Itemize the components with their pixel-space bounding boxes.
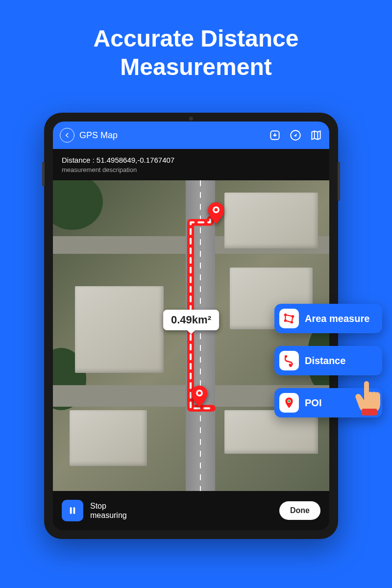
svg-point-11 — [284, 319, 287, 322]
distance-icon — [279, 351, 299, 370]
description-text: measurement descripation — [62, 166, 320, 173]
pin-start[interactable] — [208, 202, 224, 224]
building — [75, 286, 163, 373]
svg-point-10 — [291, 321, 293, 323]
promo-title-l2: Measurement — [120, 54, 271, 80]
fab-poi[interactable]: POI — [274, 388, 382, 417]
building — [70, 410, 147, 466]
fab-distance[interactable]: Distance — [274, 346, 382, 375]
fab-column: Area measure Distance POI — [274, 304, 382, 417]
svg-point-8 — [284, 314, 287, 316]
pause-icon — [68, 506, 77, 515]
stop-measuring-label: Stop measuring — [90, 501, 272, 520]
volume-button-left — [42, 162, 45, 186]
pin-end[interactable] — [191, 386, 208, 407]
pause-button[interactable] — [62, 500, 83, 521]
volume-button-right — [338, 162, 340, 201]
map-icon — [310, 129, 322, 142]
fab-label: POI — [305, 397, 321, 409]
pin-icon — [191, 386, 208, 407]
building — [224, 193, 318, 248]
fab-area-measure[interactable]: Area measure — [274, 304, 382, 333]
fab-label: Area measure — [305, 313, 369, 324]
appbar: GPS Map — [53, 122, 329, 149]
fab-label: Distance — [305, 355, 345, 367]
road — [186, 180, 215, 491]
svg-rect-6 — [70, 507, 72, 514]
promo-title: Accurate Distance Measurement — [0, 0, 392, 96]
measurement-value: 0.49km² — [171, 314, 211, 326]
layers-button[interactable] — [310, 129, 322, 142]
svg-point-13 — [289, 364, 291, 366]
stop-l2: measuring — [90, 511, 127, 519]
done-button[interactable]: Done — [279, 501, 320, 520]
tree-patch — [53, 180, 103, 230]
app-title: GPS Map — [79, 130, 261, 141]
download-icon — [269, 129, 281, 142]
svg-point-15 — [288, 400, 290, 402]
svg-point-5 — [198, 392, 201, 395]
svg-rect-7 — [74, 507, 75, 514]
measurement-value-bubble: 0.49km² — [163, 310, 219, 330]
pin-icon — [208, 202, 224, 224]
info-panel: Distance : 51.4958649,-0.1767407 measure… — [53, 149, 329, 180]
promo-title-l1: Accurate Distance — [94, 25, 299, 51]
svg-point-9 — [292, 315, 294, 318]
poi-icon — [279, 393, 299, 413]
stop-l1: Stop — [90, 502, 106, 510]
compass-icon — [289, 129, 302, 142]
svg-point-12 — [285, 355, 287, 358]
download-button[interactable] — [269, 129, 281, 142]
distance-text: Distance : 51.4958649,-0.1767407 — [62, 156, 320, 164]
svg-point-3 — [214, 208, 218, 212]
compass-button[interactable] — [289, 129, 302, 142]
area-measure-icon — [279, 309, 299, 328]
chevron-left-icon — [64, 132, 71, 139]
back-button[interactable] — [60, 128, 74, 143]
bottom-bar: Stop measuring Done — [53, 491, 329, 530]
